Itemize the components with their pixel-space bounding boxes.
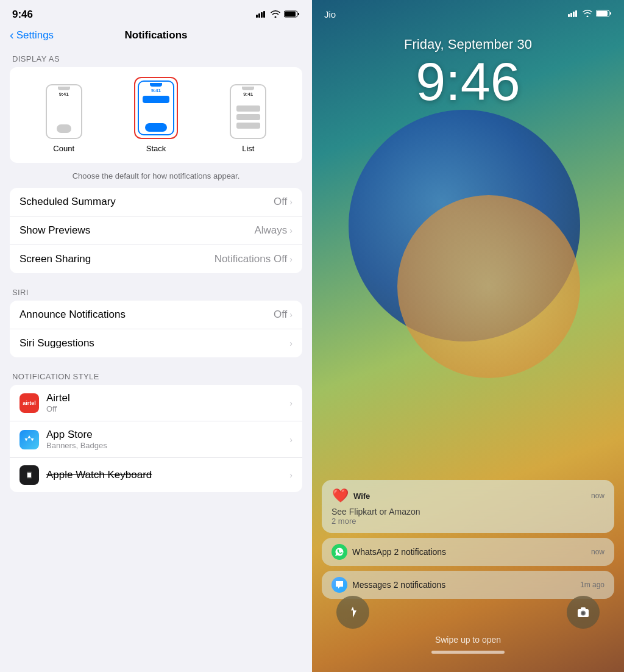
siri-suggestions-value: ›: [289, 338, 292, 348]
lock-signal-icon: [568, 9, 579, 20]
apple-watch-info: Apple Watch Keyboard: [46, 469, 289, 481]
wife-notif-header: ❤️ Wife now: [332, 487, 604, 504]
svg-rect-6: [298, 13, 299, 15]
wife-notif-body: See Flipkart or Amazon: [332, 507, 604, 517]
airtel-name: Airtel: [46, 392, 289, 404]
svg-rect-16: [597, 11, 608, 16]
screen-sharing-chevron: ›: [289, 254, 292, 264]
stack-label: Stack: [146, 144, 166, 153]
phone-time-list: 9:41: [243, 91, 253, 97]
airtel-info: Airtel Off: [46, 392, 289, 413]
display-as-label: DISPLAY AS: [0, 49, 312, 67]
svg-rect-11: [568, 14, 570, 17]
lock-status-icons: [568, 9, 612, 20]
wife-notification[interactable]: ❤️ Wife now See Flipkart or Amazon 2 mor…: [322, 480, 614, 533]
list-phone-mock: 9:41: [230, 84, 266, 139]
messages-icon: [332, 577, 347, 593]
messages-time: 1m ago: [580, 581, 604, 589]
appstore-icon: [20, 430, 39, 449]
apple-watch-row[interactable]: Apple Watch Keyboard ›: [10, 458, 302, 492]
svg-rect-5: [285, 12, 296, 16]
scheduled-summary-row[interactable]: Scheduled Summary Off ›: [10, 188, 302, 216]
appstore-info: App Store Banners, Badges: [46, 429, 289, 450]
nav-bar: ‹ Settings Notifications: [0, 26, 312, 49]
lock-status-bar: Jio: [312, 0, 624, 24]
count-label: Count: [53, 144, 74, 153]
status-bar: 9:46: [0, 0, 312, 26]
back-button[interactable]: ‹ Settings: [10, 28, 54, 42]
camera-button[interactable]: [567, 596, 600, 629]
show-previews-value: Always ›: [254, 224, 292, 237]
wife-notif-time: now: [591, 491, 604, 500]
whatsapp-notification[interactable]: WhatsApp 2 notifications now: [322, 538, 614, 566]
apple-watch-chevron: ›: [289, 470, 292, 480]
home-indicator: [431, 651, 505, 654]
svg-rect-0: [256, 15, 258, 18]
siri-settings-group: Announce Notifications Off › Siri Sugges…: [10, 301, 302, 357]
left-panel: 9:46 ‹ Settings Notifications DISPLAY AS: [0, 0, 312, 672]
phone-time-stack: 9:41: [151, 88, 161, 93]
count-circle: [57, 124, 71, 133]
svg-rect-13: [573, 12, 575, 17]
settings-group-1: Scheduled Summary Off › Show Previews Al…: [10, 188, 302, 273]
siri-suggestions-label: Siri Suggestions: [20, 337, 94, 349]
swipe-up-text: Swipe up to open: [435, 635, 501, 645]
wifi-icon: [271, 9, 280, 20]
right-panel: Jio Friday, September 30 9:46 ❤️ Wife no…: [312, 0, 624, 672]
back-label: Settings: [16, 29, 54, 41]
svg-point-20: [582, 612, 585, 615]
lock-date: Friday, September 30: [312, 37, 624, 52]
wife-emoji-icon: ❤️: [332, 488, 349, 504]
phone-notch-list: [242, 87, 254, 90]
announce-notifications-row[interactable]: Announce Notifications Off ›: [10, 301, 302, 329]
announce-notifications-label: Announce Notifications: [20, 309, 126, 321]
apple-watch-name: Apple Watch Keyboard: [46, 469, 289, 481]
lock-time: 9:46: [312, 55, 624, 109]
svg-rect-8: [27, 472, 31, 478]
svg-rect-3: [263, 11, 265, 18]
display-option-list[interactable]: 9:41 List: [230, 84, 266, 153]
lock-battery-icon: [596, 9, 612, 20]
svg-rect-14: [575, 10, 577, 17]
scheduled-summary-val-text: Off: [274, 196, 287, 208]
status-icons: [256, 9, 300, 20]
carrier-label: Jio: [324, 9, 336, 20]
lock-bottom: Swipe up to open: [312, 596, 624, 654]
apple-watch-icon: [20, 465, 39, 485]
siri-suggestions-row[interactable]: Siri Suggestions ›: [10, 329, 302, 357]
phone-notch-stack: [150, 83, 162, 87]
scheduled-summary-value: Off ›: [274, 196, 292, 208]
show-previews-row[interactable]: Show Previews Always ›: [10, 216, 302, 245]
announce-notifications-val-text: Off: [274, 309, 287, 321]
selected-border: 9:41: [134, 77, 178, 139]
svg-rect-17: [610, 12, 611, 15]
list-area: [231, 102, 265, 132]
stack-area: [139, 96, 173, 121]
display-option-count[interactable]: 9:41 Count: [46, 84, 82, 153]
messages-notification[interactable]: Messages 2 notifications 1m ago: [322, 571, 614, 599]
flashlight-button[interactable]: [336, 596, 369, 629]
back-chevron-icon: ‹: [10, 28, 14, 42]
messages-text: Messages 2 notifications: [352, 580, 445, 590]
appstore-chevron: ›: [289, 435, 292, 445]
airtel-row[interactable]: airtel Airtel Off ›: [10, 385, 302, 421]
signal-icon: [256, 9, 267, 20]
svg-rect-2: [261, 12, 263, 18]
list-bar-2: [236, 114, 261, 120]
svg-rect-21: [581, 607, 586, 610]
airtel-icon: airtel: [20, 393, 39, 413]
list-label: List: [242, 144, 254, 153]
announce-notifications-value: Off ›: [274, 309, 292, 321]
lock-wifi-icon: [583, 9, 592, 20]
svg-rect-1: [258, 13, 260, 18]
show-previews-val-text: Always: [254, 224, 287, 237]
appstore-row[interactable]: App Store Banners, Badges ›: [10, 421, 302, 458]
whatsapp-text: WhatsApp 2 notifications: [352, 547, 446, 557]
screen-sharing-row[interactable]: Screen Sharing Notifications Off ›: [10, 245, 302, 273]
whatsapp-time: now: [591, 548, 604, 556]
wife-app-name: Wife: [353, 491, 370, 501]
display-option-stack[interactable]: 9:41 Stack: [134, 77, 178, 153]
screen-sharing-label: Screen Sharing: [20, 253, 91, 265]
count-indicator: [57, 124, 71, 133]
whatsapp-icon: [332, 544, 347, 560]
